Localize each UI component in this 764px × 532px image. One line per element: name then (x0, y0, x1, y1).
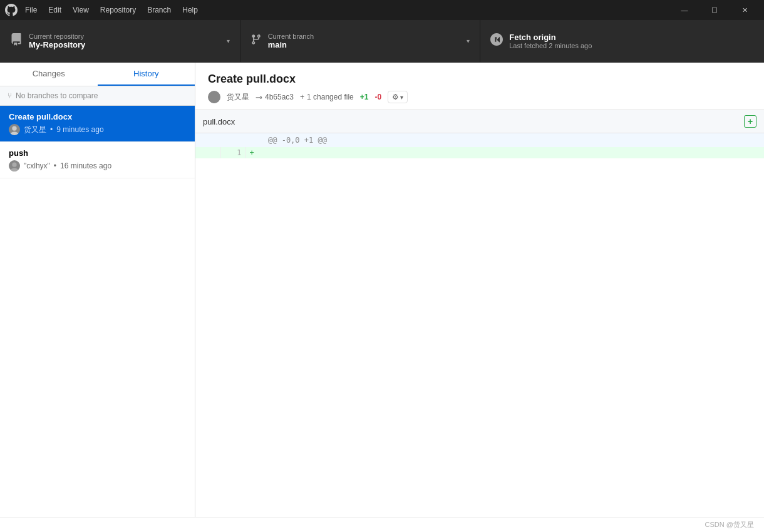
line-sign: + (245, 147, 261, 158)
hunk-sign (245, 133, 261, 147)
menu-help[interactable]: Help (177, 3, 203, 17)
current-repository-button[interactable]: Current repository My-Repository ▾ (0, 20, 240, 62)
commit-separator: • (50, 125, 53, 134)
changed-files-label: 1 changed file (307, 93, 354, 101)
file-name: pull.docx (203, 117, 235, 126)
branch-icon (250, 34, 262, 48)
maximize-button[interactable]: ☐ (700, 0, 729, 20)
fetch-sublabel: Last fetched 2 minutes ago (509, 42, 754, 49)
branch-compare-label: No branches to compare (16, 91, 98, 100)
commit-hash: ⊸ 4b65ac3 (256, 93, 294, 102)
repository-value: My-Repository (29, 40, 220, 49)
deletions-count: -0 (374, 93, 381, 101)
commit-time: 16 minutes ago (60, 161, 111, 170)
sidebar: Changes History ⑂ No branches to compare… (0, 63, 195, 517)
file-header: pull.docx + (195, 110, 764, 133)
line-content (261, 147, 764, 158)
repository-label: Current repository (29, 33, 220, 40)
svg-point-2 (12, 163, 16, 167)
changed-files-info: + 1 changed file (300, 93, 354, 101)
commit-list: Create pull.docx 货又星 • 9 minutes ago pus… (0, 106, 195, 517)
footer: CSDN @货又星 (0, 517, 764, 532)
plus-icon: + (300, 93, 304, 101)
repository-icon (10, 33, 23, 49)
commit-item[interactable]: push "cxlhyx" • 16 minutes ago (0, 142, 195, 178)
github-logo-icon (5, 4, 18, 16)
content-area: Create pull.docx 货又星 ⊸ 4b65ac3 + 1 chang… (195, 63, 764, 517)
hunk-line-num-old (195, 133, 220, 147)
commit-title: Create pull.docx (9, 112, 186, 121)
watermark-text: CSDN @货又星 (705, 520, 754, 529)
hunk-header-text: @@ -0,0 +1 @@ (261, 133, 764, 147)
branch-compare[interactable]: ⑂ No branches to compare (0, 86, 195, 106)
menu-view[interactable]: View (68, 3, 94, 17)
chevron-down-icon: ▾ (467, 38, 470, 44)
avatar (9, 160, 20, 171)
commit-author: "cxlhyx" (24, 161, 50, 170)
hash-value: 4b65ac3 (265, 93, 294, 101)
author-avatar (208, 91, 220, 103)
close-button[interactable]: ✕ (730, 0, 759, 20)
commit-item[interactable]: Create pull.docx 货又星 • 9 minutes ago (0, 106, 195, 142)
window-controls: — ☐ ✕ (670, 0, 759, 20)
add-file-button[interactable]: + (744, 115, 756, 128)
svg-point-0 (12, 126, 16, 131)
chevron-down-icon: ▾ (400, 94, 403, 101)
branch-text: Current branch main (268, 33, 461, 49)
main-area: Changes History ⑂ No branches to compare… (0, 63, 764, 517)
fetch-origin-button[interactable]: Fetch origin Last fetched 2 minutes ago (480, 20, 764, 62)
commit-meta: 货又星 • 9 minutes ago (9, 124, 186, 135)
menu-branch[interactable]: Branch (142, 3, 176, 17)
commit-separator: • (54, 161, 56, 170)
diff-table: @@ -0,0 +1 @@ 1 + (195, 133, 764, 158)
diff-area: pull.docx + @@ -0,0 +1 @@ 1 + (195, 110, 764, 517)
fetch-text: Fetch origin Last fetched 2 minutes ago (509, 33, 754, 49)
hash-icon: ⊸ (256, 93, 262, 102)
diff-line-row: 1 + (195, 147, 764, 158)
tab-changes[interactable]: Changes (0, 63, 98, 86)
menu-bar: File Edit View Repository Branch Help (20, 3, 670, 17)
additions-count: +1 (360, 93, 369, 101)
svg-point-3 (11, 168, 19, 171)
avatar (9, 124, 20, 135)
branch-label: Current branch (268, 33, 461, 40)
svg-point-5 (210, 100, 219, 103)
menu-file[interactable]: File (20, 3, 42, 17)
line-num-new: 1 (220, 147, 245, 158)
menu-edit[interactable]: Edit (43, 3, 66, 17)
commit-meta: "cxlhyx" • 16 minutes ago (9, 160, 186, 171)
commit-time: 9 minutes ago (56, 125, 103, 134)
diff-hunk-header-row: @@ -0,0 +1 @@ (195, 133, 764, 147)
fetch-origin-label: Fetch origin (509, 33, 754, 42)
titlebar: File Edit View Repository Branch Help — … (0, 0, 764, 20)
commit-author: 货又星 (24, 125, 46, 135)
gear-icon: ⚙ (392, 93, 399, 101)
sidebar-tabs: Changes History (0, 63, 195, 86)
current-branch-button[interactable]: Current branch main ▾ (240, 20, 481, 62)
fetch-icon (490, 33, 503, 49)
toolbar: Current repository My-Repository ▾ Curre… (0, 20, 764, 63)
branch-compare-icon: ⑂ (8, 91, 12, 100)
repository-text: Current repository My-Repository (29, 33, 220, 49)
hunk-line-num-new (220, 133, 245, 147)
tab-history[interactable]: History (98, 63, 195, 86)
menu-repository[interactable]: Repository (95, 3, 141, 17)
minimize-button[interactable]: — (670, 0, 699, 20)
svg-point-4 (212, 93, 217, 98)
commit-title-heading: Create pull.docx (208, 73, 751, 86)
chevron-down-icon: ▾ (227, 38, 230, 44)
commit-title: push (9, 148, 186, 158)
branch-value: main (268, 40, 461, 49)
author-name: 货又星 (227, 92, 249, 103)
svg-point-1 (11, 132, 19, 135)
diff-settings-button[interactable]: ⚙ ▾ (388, 91, 408, 103)
line-num-old (195, 147, 220, 158)
commit-info-bar: 货又星 ⊸ 4b65ac3 + 1 changed file +1 -0 ⚙ ▾ (208, 91, 751, 103)
content-header: Create pull.docx 货又星 ⊸ 4b65ac3 + 1 chang… (195, 63, 764, 110)
